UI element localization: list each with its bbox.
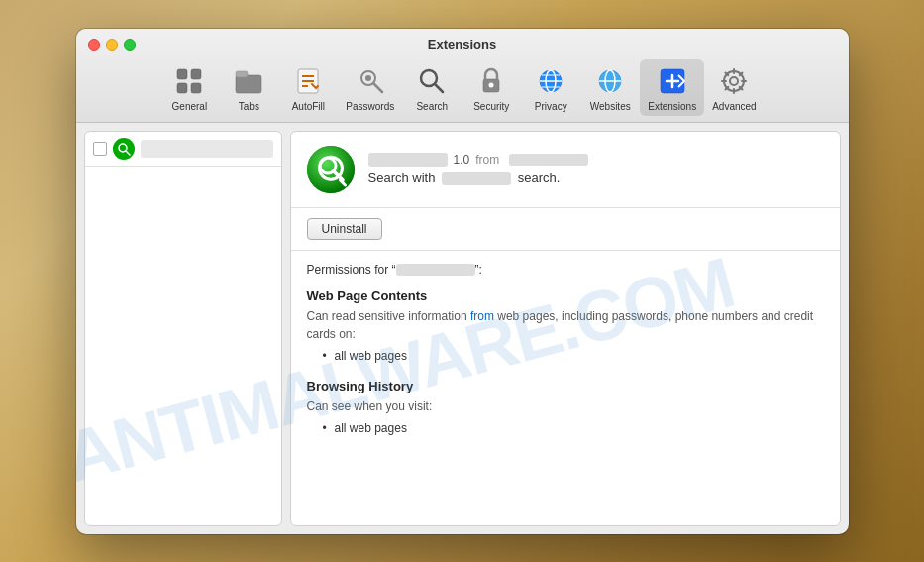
toolbar-item-general[interactable]: General: [159, 59, 219, 116]
svg-rect-2: [177, 83, 187, 93]
svg-rect-5: [236, 71, 248, 77]
svg-point-16: [489, 82, 494, 87]
permissions-prefix: Permissions for “: [307, 263, 396, 277]
privacy-label: Privacy: [535, 101, 567, 112]
search-icon: [414, 63, 450, 99]
extension-source-blurred: [509, 154, 588, 166]
tabs-icon: [231, 63, 266, 99]
svg-point-39: [320, 158, 336, 173]
search-suffix: search.: [518, 170, 561, 185]
svg-point-12: [365, 75, 371, 81]
perm-web-title: Web Page Contents: [307, 288, 824, 303]
traffic-lights: [88, 39, 136, 51]
extension-info: 1.0 from Search with search.: [368, 153, 824, 185]
extension-name-row: 1.0 from: [368, 153, 824, 167]
detail-panel: 1.0 from Search with search. Uninstall: [290, 131, 841, 526]
websites-icon: [592, 63, 628, 99]
perm-history-desc: Can see when you visit:: [307, 397, 824, 415]
autofill-icon: [290, 63, 326, 99]
extension-app-icon: [307, 146, 355, 193]
toolbar-item-passwords[interactable]: Passwords: [338, 59, 402, 116]
svg-point-27: [730, 77, 738, 85]
svg-rect-4: [236, 75, 261, 93]
svg-rect-3: [191, 83, 201, 93]
perm-history-title: Browsing History: [307, 379, 824, 393]
minimize-button[interactable]: [106, 39, 118, 51]
search-name-blurred: [442, 172, 511, 185]
uninstall-button[interactable]: Uninstall: [307, 218, 382, 240]
sidebar-search-icon: [113, 138, 135, 160]
svg-line-11: [373, 83, 382, 92]
search-with-row: Search with search.: [368, 170, 824, 185]
permissions-suffix: ”:: [475, 263, 482, 277]
toolbar-item-websites[interactable]: Websites: [580, 59, 640, 116]
extensions-label: Extensions: [648, 101, 696, 112]
close-button[interactable]: [88, 39, 100, 51]
title-bar: Extensions General: [76, 29, 849, 123]
general-label: General: [172, 101, 208, 112]
sidebar-search-field[interactable]: [141, 140, 273, 158]
extension-from-label: from: [475, 153, 499, 167]
main-content: 1.0 from Search with search. Uninstall: [76, 123, 849, 534]
toolbar-item-autofill[interactable]: AutoFill: [278, 59, 338, 116]
permission-group-history: Browsing History Can see when you visit:…: [307, 379, 824, 435]
svg-line-37: [126, 151, 130, 155]
perm-web-list: all web pages: [307, 349, 824, 363]
toolbar-item-advanced[interactable]: Advanced: [704, 59, 764, 116]
extension-header: 1.0 from Search with search.: [291, 132, 840, 208]
window-title: Extensions: [428, 37, 496, 52]
security-icon: [473, 63, 509, 99]
advanced-label: Advanced: [712, 101, 756, 112]
advanced-icon: [716, 63, 752, 99]
perm-history-list: all web pages: [307, 421, 824, 435]
sidebar-toolbar: [85, 132, 281, 167]
uninstall-section: Uninstall: [291, 208, 840, 251]
privacy-icon: [533, 63, 568, 99]
svg-rect-1: [191, 69, 201, 79]
autofill-label: AutoFill: [292, 101, 325, 112]
sidebar-checkbox[interactable]: [93, 142, 107, 156]
perm-web-item: all web pages: [323, 349, 824, 363]
permission-group-webpages: Web Page Contents Can read sensitive inf…: [307, 288, 824, 363]
main-window: Extensions General: [76, 29, 849, 534]
svg-line-14: [435, 84, 443, 92]
search-with-label: Search with: [368, 170, 436, 185]
toolbar-item-search[interactable]: Search: [402, 59, 462, 116]
permissions-section: Permissions for “”: Web Page Contents Ca…: [291, 251, 840, 525]
perm-history-item: all web pages: [323, 421, 824, 435]
extension-version: 1.0: [454, 153, 470, 167]
sidebar: [84, 131, 282, 526]
permissions-name-blurred: [396, 264, 475, 276]
search-label: Search: [416, 101, 448, 112]
security-label: Security: [473, 101, 509, 112]
extension-name-blurred: [368, 153, 448, 167]
toolbar-item-tabs[interactable]: Tabs: [219, 59, 278, 116]
toolbar-item-security[interactable]: Security: [462, 59, 521, 116]
toolbar-item-extensions[interactable]: Extensions: [640, 59, 704, 116]
perm-web-from-highlight: from: [470, 309, 494, 323]
tabs-label: Tabs: [239, 101, 259, 112]
passwords-icon: [353, 63, 388, 99]
permissions-title: Permissions for “”:: [307, 263, 824, 277]
passwords-label: Passwords: [346, 101, 394, 112]
svg-rect-0: [177, 69, 187, 79]
toolbar-item-privacy[interactable]: Privacy: [521, 59, 580, 116]
maximize-button[interactable]: [124, 39, 136, 51]
toolbar: General Tabs: [159, 59, 764, 122]
svg-point-38: [307, 146, 355, 193]
websites-label: Websites: [590, 101, 631, 112]
perm-web-desc: Can read sensitive information from web …: [307, 307, 824, 343]
general-icon: [171, 63, 207, 99]
extensions-icon: [655, 63, 690, 99]
